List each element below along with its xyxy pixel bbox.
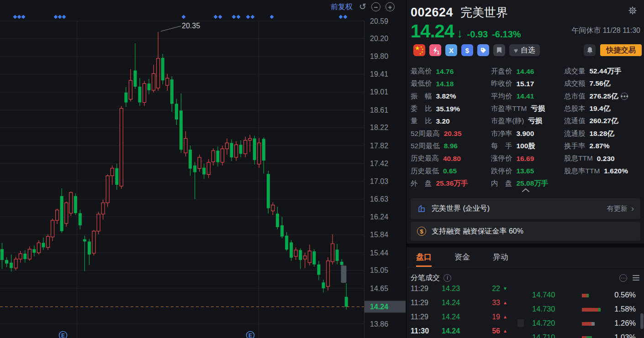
candle-down (175, 104, 178, 120)
svg-text:16.24: 16.24 (370, 213, 388, 221)
stat-cell: 历史最低0.65 (411, 165, 491, 177)
candle-up (308, 251, 311, 263)
event-diamond-icon (251, 15, 255, 19)
stat-cell: 市盈率(静)亏损 (491, 115, 564, 127)
candle-down (262, 139, 265, 160)
quick-trade-button[interactable]: 快捷交易 (600, 44, 642, 56)
margin-trading-card[interactable]: $ 支持融资 融资保证金率 60% (411, 222, 640, 241)
dist-row: 14.7301.58% (517, 302, 644, 317)
stat-cell: 外 盘25.36万手 (411, 177, 491, 190)
candle-down (317, 265, 320, 275)
price-row: 14.24 ↓ -0.93 -6.13% (411, 21, 521, 42)
price-gap-box (341, 265, 347, 283)
candle-up (97, 214, 100, 231)
cn-market-flag-icon: ★ ★ ★ ★ ★ (413, 44, 425, 56)
event-diamond-icon (232, 15, 236, 19)
gear-icon[interactable] (628, 6, 637, 16)
stat-cell: 跌停价13.65 (491, 165, 564, 177)
candle-up (327, 261, 330, 286)
candle-down (253, 139, 256, 160)
svg-text:17.42: 17.42 (370, 160, 388, 167)
candle-down (312, 251, 316, 265)
app-window: 20.5920.2019.8019.4119.0118.6118.2217.82… (0, 0, 644, 338)
svg-text:15.05: 15.05 (370, 266, 388, 274)
candle-down (74, 196, 77, 213)
candle-up (271, 205, 274, 211)
stat-cell: 振 幅3.82% (411, 90, 491, 103)
svg-text:E: E (61, 333, 65, 338)
tick-trade-list[interactable]: 11:2914.2322▼11:2914.2433▲11:2914.2419▲1… (407, 285, 517, 338)
dollar-feature-icon[interactable]: $ (461, 44, 473, 56)
dist-row: 14.7400.56% (517, 288, 644, 302)
tab-盘口[interactable]: 盘口 (416, 247, 432, 267)
tick-list-scrollbar[interactable] (517, 319, 524, 327)
candle-up (14, 259, 17, 268)
section-divider (407, 244, 644, 247)
event-diamond-icon (270, 15, 274, 19)
info-icon[interactable]: i (443, 274, 451, 282)
zoom-out-icon[interactable]: − (371, 2, 380, 11)
candle-up (157, 58, 160, 88)
candle-down (0, 249, 4, 260)
event-diamond-icon (21, 15, 26, 19)
stat-cell: 涨停价16.69 (491, 152, 564, 165)
candle-up (47, 237, 50, 248)
stat-cell: 昨收价15.17 (491, 78, 564, 90)
candle-up (184, 139, 187, 153)
candle-up (129, 80, 132, 99)
candle-up (92, 231, 95, 253)
collapse-stats-chevron[interactable] (522, 186, 530, 194)
candle-up (221, 149, 224, 162)
candle-up (69, 192, 73, 213)
svg-text:13.86: 13.86 (370, 320, 388, 328)
stat-cell: 股息TTM0.230 (564, 152, 642, 165)
tick-row: 11:2914.2322▼ (407, 285, 517, 296)
more-options-icon[interactable]: ··· (619, 274, 627, 282)
tab-资金[interactable]: 资金 (454, 247, 470, 267)
kline-chart[interactable]: 20.5920.2019.8019.4119.0118.6118.2217.82… (0, 0, 406, 338)
dist-row: 14.7201.26% (517, 317, 644, 331)
panel-scrollbar[interactable] (640, 313, 644, 329)
volume-bar (582, 336, 592, 338)
candle-down (239, 145, 243, 154)
candle-down (23, 254, 26, 259)
candle-down (193, 166, 196, 172)
stock-name: 完美世界 (460, 5, 508, 21)
level1-quote-icon[interactable]: 1 (429, 44, 441, 56)
market-cap-more-icon[interactable]: ●●● (621, 93, 628, 100)
tab-异动[interactable]: 异动 (493, 247, 508, 267)
volume-bar (582, 322, 595, 326)
bookmark-icon[interactable] (493, 44, 505, 56)
svg-text:16.63: 16.63 (370, 195, 388, 203)
candle-up (106, 176, 109, 203)
price-change-pct: -6.13% (492, 29, 521, 40)
stat-cell: 成交额7.56亿 (564, 78, 642, 90)
stat-cell: 最低价14.18 (411, 78, 491, 90)
reset-zoom-icon[interactable]: ↺ (359, 2, 366, 11)
up-triangle-icon: ▲ (503, 328, 507, 333)
forward-adjust-toggle[interactable]: 前复权 (331, 2, 353, 12)
event-diamond-icon (214, 15, 218, 19)
svg-text:15.84: 15.84 (370, 231, 388, 239)
candle-down (88, 241, 91, 255)
candle-down (276, 213, 279, 227)
candle-up (303, 256, 306, 259)
enterprise-account-card[interactable]: 完美世界 (企业号) 有更新 › (411, 198, 640, 219)
svg-text:18.61: 18.61 (370, 106, 388, 114)
price-distribution-list[interactable]: 14.7400.56%14.7301.58%14.7201.26%14.7101… (517, 288, 644, 338)
market-status: 午间休市 11/28 11:30 (571, 26, 640, 36)
x-feature-icon[interactable]: X (445, 44, 457, 56)
candle-up (198, 157, 201, 169)
candle-up (331, 244, 334, 261)
zoom-in-icon[interactable]: + (385, 2, 395, 11)
alert-bell-button[interactable] (584, 44, 596, 56)
tag-icon[interactable] (477, 44, 489, 56)
list-view-icon[interactable] (633, 275, 639, 281)
event-diamond-icon (343, 15, 348, 19)
price-change: -0.93 (467, 29, 488, 40)
kline-canvas[interactable]: 20.5920.2019.8019.4119.0118.6118.2217.82… (0, 0, 406, 338)
stat-cell: 开盘价14.46 (491, 65, 564, 78)
quote-panel: 002624 完美世界 14.24 ↓ -0.93 -6.13% 午间休市 11… (406, 0, 644, 338)
candle-down (280, 225, 284, 237)
add-watchlist-button[interactable]: ♥ 自选 (509, 44, 540, 56)
